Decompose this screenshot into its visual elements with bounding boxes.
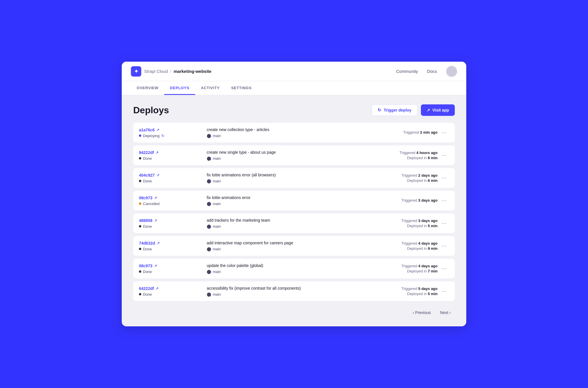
deploy-hash-link[interactable]: 94222df ↗ [139,150,202,155]
triggered-time: Triggered 4 days ago [380,241,438,245]
commit-branch: ⬤ main [207,156,376,161]
external-link-icon: ↗ [154,219,157,223]
deploy-row: a1a76c6 ↗ Deploying ↻ create new collect… [133,123,455,143]
status-dot [139,202,141,205]
deploy-info: 64222df ↗ Done [139,286,202,297]
status-label: Done [143,156,152,161]
action-buttons: ↻ Trigger deploy ↗ Visit app [372,104,455,116]
status-dot [139,225,141,227]
github-icon: ⬤ [207,269,211,274]
deployed-time: Deployed in 5 min [380,292,438,296]
header: ✦ Strapi Cloud / marketing-website Commu… [122,62,466,81]
nav-community[interactable]: Community [396,69,418,74]
external-link-icon: ↗ [156,128,159,132]
deploy-menu-button[interactable]: ··· [439,128,449,137]
deploy-menu-button[interactable]: ··· [439,151,449,159]
hash-text: 08c973 [139,196,152,200]
deploy-actions: ··· [438,219,449,227]
deploy-actions: ··· [438,242,449,250]
branch-name: main [213,292,221,297]
deploy-status: Deploying ↻ [139,134,202,138]
deploy-hash-link[interactable]: 74d632d ↗ [139,241,202,245]
chevron-left-icon: ‹ [413,310,414,315]
refresh-icon: ↻ [378,108,381,113]
deploy-commit: create new single type - about us page ⬤… [202,150,380,161]
deploy-menu-button[interactable]: ··· [439,196,449,205]
commit-branch: ⬤ main [207,269,376,274]
external-link-icon: ↗ [156,286,158,290]
status-dot [139,248,141,250]
external-link-icon: ↗ [156,151,158,155]
status-dot [139,293,141,295]
deploy-menu-button[interactable]: ··· [439,219,449,227]
hash-text: 404c927 [139,173,155,178]
avatar[interactable] [446,66,457,77]
status-label: Deploying [143,134,160,138]
triggered-time: Triggered 2 min ago [380,130,438,134]
trigger-deploy-button[interactable]: ↻ Trigger deploy [372,104,417,116]
branch-name: main [213,134,221,138]
deploy-commit: fix lottie animations error ⬤ main [202,195,380,206]
deploy-hash-link[interactable]: 64222df ↗ [139,286,202,291]
next-button[interactable]: Next › [436,308,455,317]
deploy-row: 488858 ↗ Done add trackers for the marke… [133,213,455,233]
deploy-hash-link[interactable]: 08c973 ↗ [139,196,202,200]
deploy-commit: add trackers for the marketing team ⬤ ma… [202,218,380,229]
deploy-menu-button[interactable]: ··· [439,287,449,295]
deploy-row: 94222df ↗ Done create new single type - … [133,145,455,165]
github-icon: ⬤ [207,292,211,297]
deploy-actions: ··· [438,196,449,205]
hash-text: 08c973 [139,264,152,268]
commit-branch: ⬤ main [207,179,376,183]
external-link-icon: ↗ [156,173,159,177]
deploy-info: 74d632d ↗ Done [139,241,202,251]
deploy-status: Done [139,156,202,161]
deploy-info: 94222df ↗ Done [139,150,202,161]
status-label: Done [143,247,152,251]
commit-message: add interactive map component for career… [207,241,376,245]
deploy-menu-button[interactable]: ··· [439,264,449,273]
tab-overview[interactable]: OVERVIEW [131,81,164,95]
deploy-menu-button[interactable]: ··· [439,242,449,250]
deploy-hash-link[interactable]: 488858 ↗ [139,218,202,223]
deploy-hash-link[interactable]: 404c927 ↗ [139,173,202,178]
hash-text: 94222df [139,150,154,155]
commit-branch: ⬤ main [207,201,376,206]
strapi-logo-icon: ✦ [131,66,141,77]
commit-message: update the color palette (global) [207,263,376,268]
deploy-commit: update the color palette (global) ⬤ main [202,263,380,274]
deploy-meta: Triggered 4 hours ago Deployed in 6 min [380,151,438,160]
external-link-icon: ↗ [154,264,157,268]
status-dot [139,134,141,137]
tab-settings[interactable]: SETTINGS [225,81,257,95]
github-icon: ⬤ [207,133,211,138]
status-dot [139,180,141,182]
deploy-meta: Triggered 2 min ago [380,130,438,135]
branch-name: main [213,179,221,183]
deploy-hash-link[interactable]: a1a76c6 ↗ [139,128,202,132]
github-icon: ⬤ [207,224,211,229]
branch-name: main [213,156,221,161]
branch-name: main [213,224,221,229]
deploy-row: 64222df ↗ Done accessibility fix (improv… [133,281,455,301]
branch-name: main [213,202,221,206]
commit-branch: ⬤ main [207,133,376,138]
tab-activity[interactable]: ACTIVITY [195,81,225,95]
deploy-actions: ··· [438,151,449,159]
deploy-meta: Triggered 2 days ago Deployed in 6 min [380,173,438,183]
nav-docs[interactable]: Docs [427,69,437,74]
deploy-info: 08c973 ↗ Cancelled [139,196,202,206]
deploy-status: Cancelled [139,202,202,206]
deploy-row: 08c973 ↗ Cancelled fix lottie animations… [133,191,455,210]
status-label: Done [143,292,152,297]
deploy-actions: ··· [438,128,449,137]
previous-button[interactable]: ‹ Previous [409,308,435,317]
visit-app-button[interactable]: ↗ Visit app [421,104,455,116]
github-icon: ⬤ [207,247,211,251]
deployed-time: Deployed in 7 min [380,269,438,273]
commit-message: fix lottie animations error (all browser… [207,173,376,177]
deploy-menu-button[interactable]: ··· [439,174,449,182]
github-icon: ⬤ [207,179,211,183]
tab-deploys[interactable]: DEPLOYS [164,81,195,95]
deploy-hash-link[interactable]: 08c973 ↗ [139,264,202,268]
